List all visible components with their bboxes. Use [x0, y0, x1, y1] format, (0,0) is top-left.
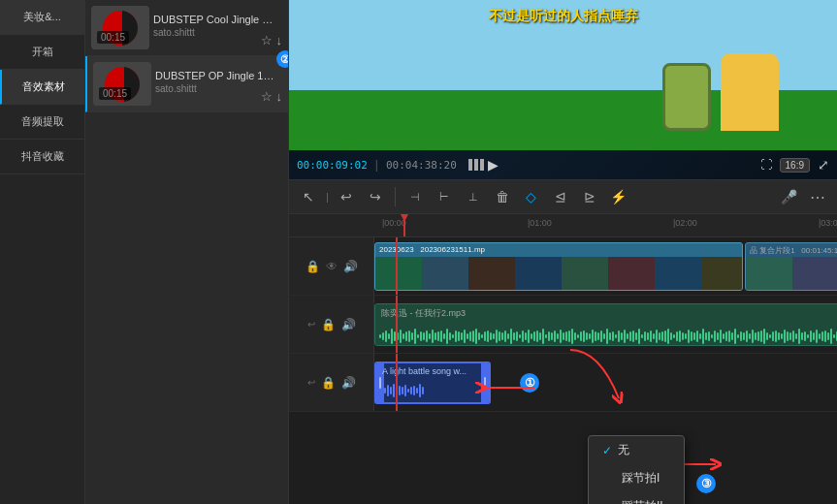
media-actions-0: ☆ ↓ [261, 33, 283, 47]
video-track-controls: 🔒 👁 🔊 [289, 237, 374, 295]
sidebar-item-tiktok-fav[interactable]: 抖音收藏 [0, 140, 84, 174]
separator-1 [395, 187, 396, 206]
audio-main-label: 陈奕迅 - 任我行2.mp3 [381, 307, 466, 320]
audio-battle-body: A light battle song w... [374, 354, 837, 411]
video-eye-icon[interactable]: 👁 [326, 260, 338, 273]
undo-button[interactable]: ↩ [335, 185, 358, 208]
clip-right-handle[interactable] [481, 363, 489, 402]
timeline-tracks: 🔒 👁 🔊 20230623 202306231511.mp [289, 237, 837, 504]
sidebar-item-audio-extract[interactable]: 音频提取 [0, 105, 84, 140]
video-lock-icon[interactable]: 🔒 [306, 260, 320, 273]
context-menu-item-beat2[interactable]: 踩节拍II [589, 492, 684, 504]
context-menu-item-none[interactable]: ✓ 无 [589, 436, 684, 464]
total-time: 00:04:38:20 [386, 159, 457, 172]
media-thumb-0: 00:15 [91, 6, 149, 49]
preview-subtitle: 不过是听过的人指点唾弃 [489, 8, 638, 23]
audio-main-body: 陈奕迅 - 任我行2.mp3 // Will be rendered below… [374, 296, 837, 353]
media-thumb-1: 00:15 [93, 62, 151, 106]
audio-battle-vol[interactable]: 🔊 [341, 376, 356, 390]
download-icon-1[interactable]: ↓ [276, 89, 283, 104]
sidebar-item-audio-effects[interactable]: 音效素材 [0, 70, 84, 105]
audio-battle-track-row: ↩ 🔒 🔊 [289, 354, 837, 412]
align-left-tool[interactable]: ⊴ [549, 185, 572, 208]
current-time: 00:00:09:02 [297, 159, 368, 172]
check-icon: ✓ [602, 444, 612, 457]
audio-main-clip[interactable]: 陈奕迅 - 任我行2.mp3 // Will be rendered below… [374, 303, 837, 346]
effects-tool[interactable]: ⚡ [607, 185, 630, 208]
expand-icon[interactable]: ⤢ [818, 157, 829, 173]
audio-main-controls: ↩ 🔒 🔊 [289, 296, 374, 353]
timeline-ruler: |00:00 |01:00 |02:00 |03:00 |04:00 [289, 214, 837, 237]
split-right-tool[interactable]: ⊢ [433, 185, 456, 208]
audio-battle-controls: ↩ 🔒 🔊 [289, 354, 374, 411]
context-menu-item-beat1[interactable]: 踩节拍I [589, 464, 684, 492]
video-clip-composite[interactable]: 品 复合片段1 00:01:45:15 [745, 242, 837, 291]
sidebar-item-beauty[interactable]: 美妆&... [0, 0, 84, 35]
split-mid-tool[interactable]: ⊥ [462, 185, 485, 208]
download-icon-0[interactable]: ↓ [276, 33, 283, 47]
audio-main-lock[interactable]: 🔒 [321, 318, 336, 331]
video-clip-main[interactable]: 20230623 202306231511.mp [374, 242, 743, 291]
toolbar: ↖ | ↩ ↪ ⊣ ⊢ ⊥ 🗑 ◇ ⊴ ⊵ ⚡ 🎤 ⋯ [289, 179, 837, 214]
audio-main-vol[interactable]: 🔊 [341, 318, 356, 331]
play-button[interactable]: ▶ [488, 157, 499, 173]
context-menu: ✓ 无 踩节拍I 踩节拍II [588, 435, 685, 504]
ratio-badge[interactable]: 16:9 [780, 158, 810, 173]
media-item-0[interactable]: 00:15 DUBSTEP Cool Jingle 146(953... sat… [85, 0, 288, 56]
playhead-video [396, 237, 398, 295]
fullscreen-icon[interactable]: ⛶ [760, 158, 772, 172]
audio-waveform: // Will be rendered below via template [375, 316, 837, 346]
main-layout: 美妆&... 开箱 音效素材 音频提取 抖音收藏 00:15 DUBSTEP C… [0, 0, 837, 504]
audio-main-icon[interactable]: ↩ [307, 319, 315, 330]
playhead-ruler [403, 214, 405, 236]
media-actions-1: ☆ ↓ [261, 89, 283, 104]
timeline-area: |00:00 |01:00 |02:00 |03:00 |04:00 🔒 [289, 214, 837, 504]
star-icon-0[interactable]: ☆ [261, 33, 273, 47]
audio-battle-lock[interactable]: 🔒 [321, 376, 336, 390]
video-audio-icon[interactable]: 🔊 [343, 260, 358, 273]
cursor-tool[interactable]: ↖ [297, 185, 320, 208]
mic-button[interactable]: 🎤 [777, 185, 800, 208]
delete-tool[interactable]: 🗑 [491, 185, 514, 208]
audio-battle-clip[interactable]: A light battle song w... [374, 362, 491, 404]
media-item-1[interactable]: ② 00:15 DUBSTEP OP Jingle 188(955... sat… [85, 56, 288, 112]
playhead-audio-main [396, 296, 398, 353]
preview-controls: 00:00:09:02 | 00:04:38:20 ▶ ⛶ 16:9 ⤢ [289, 150, 837, 179]
keyframe-tool[interactable]: ◇ [520, 185, 543, 208]
more-button[interactable]: ⋯ [806, 185, 829, 208]
audio-main-track-row: ↩ 🔒 🔊 陈奕迅 - 任我行2.mp3 // Will be rendere [289, 296, 837, 354]
badge-1: ① [520, 373, 539, 393]
playhead-battle [396, 354, 398, 411]
preview-area: 不过是听过的人指点唾弃 00:00:09:02 | 00:04:38:20 ▶ [289, 0, 837, 179]
video-track-body: 20230623 202306231511.mp [374, 237, 837, 295]
star-icon-1[interactable]: ☆ [261, 89, 273, 104]
redo-button[interactable]: ↪ [364, 185, 387, 208]
sidebar: 美妆&... 开箱 音效素材 音频提取 抖音收藏 [0, 0, 85, 504]
align-right-tool[interactable]: ⊵ [578, 185, 601, 208]
badge-3: ③ [696, 474, 716, 493]
right-panel: 不过是听过的人指点唾弃 00:00:09:02 | 00:04:38:20 ▶ [289, 0, 837, 504]
video-track-row: 🔒 👁 🔊 20230623 202306231511.mp [289, 237, 837, 296]
split-left-tool[interactable]: ⊣ [403, 185, 427, 208]
sidebar-item-unboxing[interactable]: 开箱 [0, 35, 84, 70]
audio-battle-icon[interactable]: ↩ [307, 377, 315, 388]
media-list: 00:15 DUBSTEP Cool Jingle 146(953... sat… [85, 0, 289, 504]
badge-2: ② [276, 50, 289, 68]
